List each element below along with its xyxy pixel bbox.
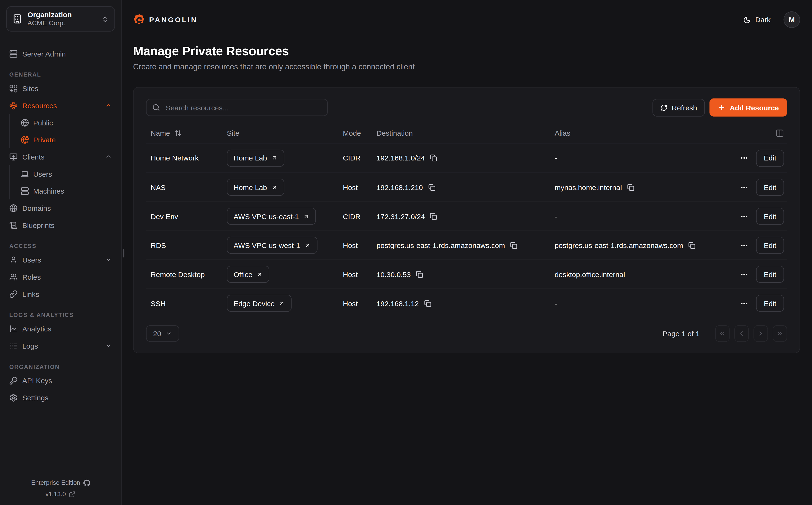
site-link[interactable]: Home Lab xyxy=(227,179,284,196)
edition-row[interactable]: Enterprise Edition xyxy=(0,477,121,489)
site-link[interactable]: Home Lab xyxy=(227,150,284,167)
sidebar-item-public[interactable]: Public xyxy=(10,114,121,131)
name-cell: Remote Desktop xyxy=(151,270,227,279)
previous-page-button[interactable] xyxy=(734,325,749,342)
sidebar-item-analytics[interactable]: Analytics xyxy=(0,320,121,337)
chevron-right-icon xyxy=(757,330,764,337)
sidebar-item-machines[interactable]: Machines xyxy=(10,182,121,200)
avatar-initial: M xyxy=(789,15,795,24)
sidebar-item-private[interactable]: Private xyxy=(10,131,121,148)
table-row: Dev Env AWS VPC us-east-1 CIDR 172.31.27… xyxy=(146,201,787,230)
version-row[interactable]: v1.13.0 xyxy=(0,488,121,500)
sidebar-item-logs[interactable]: Logs xyxy=(0,337,121,354)
name-cell: RDS xyxy=(151,241,227,249)
sidebar-item-server-admin[interactable]: Server Admin xyxy=(0,45,121,62)
table-row: Home Network Home Lab CIDR 192.168.1.0/2… xyxy=(146,144,787,173)
edit-button[interactable]: Edit xyxy=(756,208,784,225)
edit-button[interactable]: Edit xyxy=(756,150,784,167)
clients-subgroup: Users Machines xyxy=(9,165,121,199)
destination-value: 192.168.1.0/24 xyxy=(376,154,425,162)
org-switcher-texts: Organization ACME Corp. xyxy=(27,10,72,28)
destination-value: 10.30.0.53 xyxy=(376,270,411,279)
key-icon xyxy=(9,376,18,384)
row-menu-button[interactable] xyxy=(740,154,748,162)
row-menu-button[interactable] xyxy=(740,241,748,249)
edit-button[interactable]: Edit xyxy=(756,179,784,196)
globe-lock-icon xyxy=(21,135,29,144)
add-resource-button[interactable]: Add Resource xyxy=(709,99,787,117)
row-menu-button[interactable] xyxy=(740,212,748,220)
site-link[interactable]: AWS VPC us-west-1 xyxy=(227,237,317,254)
copy-icon[interactable] xyxy=(416,271,423,278)
theme-toggle-label: Dark xyxy=(755,15,771,24)
copy-icon[interactable] xyxy=(424,300,431,307)
mode-cell: Host xyxy=(343,183,376,191)
sidebar-item-clients[interactable]: Clients xyxy=(0,148,121,165)
sidebar-item-label: Resources xyxy=(22,101,57,110)
theme-toggle-button[interactable]: Dark xyxy=(740,15,774,24)
gear-icon xyxy=(9,393,18,402)
mode-cell: CIDR xyxy=(343,212,376,220)
sidebar-item-domains[interactable]: Domains xyxy=(0,199,121,216)
sidebar-section-general: GENERAL xyxy=(0,70,121,79)
destination-value: 172.31.27.0/24 xyxy=(376,212,425,220)
copy-icon[interactable] xyxy=(428,184,435,191)
card-toolbar: Refresh Add Resource xyxy=(146,99,787,117)
chevron-down-icon xyxy=(105,256,112,263)
copy-icon[interactable] xyxy=(430,154,437,161)
user-icon xyxy=(9,256,18,264)
site-link-label: Home Lab xyxy=(234,183,267,191)
sidebar-item-links[interactable]: Links xyxy=(0,286,121,303)
edit-button[interactable]: Edit xyxy=(756,266,784,283)
sidebar-item-label: Links xyxy=(22,290,39,298)
refresh-button[interactable]: Refresh xyxy=(652,99,705,116)
copy-icon[interactable] xyxy=(510,241,517,249)
last-page-button[interactable] xyxy=(773,325,787,342)
next-page-button[interactable] xyxy=(754,325,768,342)
column-header-label: Mode xyxy=(343,129,361,137)
column-header-label: Alias xyxy=(555,129,570,137)
column-header-mode: Mode xyxy=(343,129,376,137)
sidebar-item-users[interactable]: Users xyxy=(0,251,121,269)
arrow-up-right-icon xyxy=(279,300,285,306)
arrow-up-right-icon xyxy=(304,242,311,248)
site-link[interactable]: AWS VPC us-east-1 xyxy=(227,208,316,225)
alias-cell: desktop.office.internal xyxy=(555,270,740,279)
pagination-bar: 20 Page 1 of 1 xyxy=(146,325,787,342)
column-header-name[interactable]: Name xyxy=(151,129,227,137)
copy-icon[interactable] xyxy=(430,213,437,220)
edit-button[interactable]: Edit xyxy=(756,237,784,254)
sidebar-nav: Server Admin GENERAL Sites Resources Pub… xyxy=(0,38,121,406)
row-menu-button[interactable] xyxy=(740,183,748,191)
sidebar-item-resources[interactable]: Resources xyxy=(0,97,121,114)
site-link[interactable]: Edge Device xyxy=(227,295,291,312)
sites-icon xyxy=(9,84,18,93)
sidebar-item-roles[interactable]: Roles xyxy=(0,268,121,286)
first-page-button[interactable] xyxy=(715,325,730,342)
refresh-icon xyxy=(660,104,667,111)
edit-button[interactable]: Edit xyxy=(756,295,784,312)
sidebar-item-blueprints[interactable]: Blueprints xyxy=(0,216,121,234)
copy-icon[interactable] xyxy=(627,184,634,191)
row-menu-button[interactable] xyxy=(740,299,748,307)
table-header: Name Site Mode Destination Alias xyxy=(146,123,787,144)
site-link-label: Edge Device xyxy=(234,299,275,307)
page-size-select[interactable]: 20 xyxy=(146,325,179,342)
copy-icon[interactable] xyxy=(688,241,695,249)
main-area: PANGOLIN Dark M Manage Private Resources… xyxy=(122,0,812,505)
avatar[interactable]: M xyxy=(784,11,800,28)
columns-icon[interactable] xyxy=(776,129,784,137)
site-link[interactable]: Office xyxy=(227,266,269,283)
sidebar-item-sites[interactable]: Sites xyxy=(0,80,121,97)
sidebar-scrollbar-thumb[interactable] xyxy=(123,249,125,258)
name-cell: Dev Env xyxy=(151,212,227,220)
row-menu-button[interactable] xyxy=(740,270,748,279)
sidebar-item-client-users[interactable]: Users xyxy=(10,165,121,182)
destination-value: 192.168.1.210 xyxy=(376,183,423,191)
org-switcher[interactable]: Organization ACME Corp. xyxy=(6,6,115,31)
sidebar-item-settings[interactable]: Settings xyxy=(0,389,121,406)
sidebar-item-api-keys[interactable]: API Keys xyxy=(0,372,121,389)
chevrons-right-icon xyxy=(776,330,783,337)
search-input[interactable] xyxy=(165,103,322,112)
wordmark: PANGOLIN xyxy=(149,15,198,24)
